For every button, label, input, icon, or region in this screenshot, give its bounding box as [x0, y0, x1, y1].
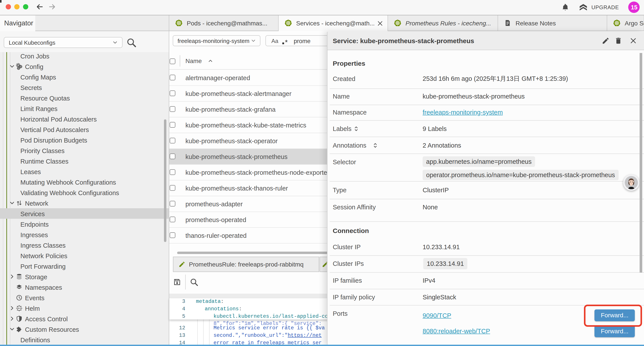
svg-text:HELM: HELM [17, 307, 22, 309]
